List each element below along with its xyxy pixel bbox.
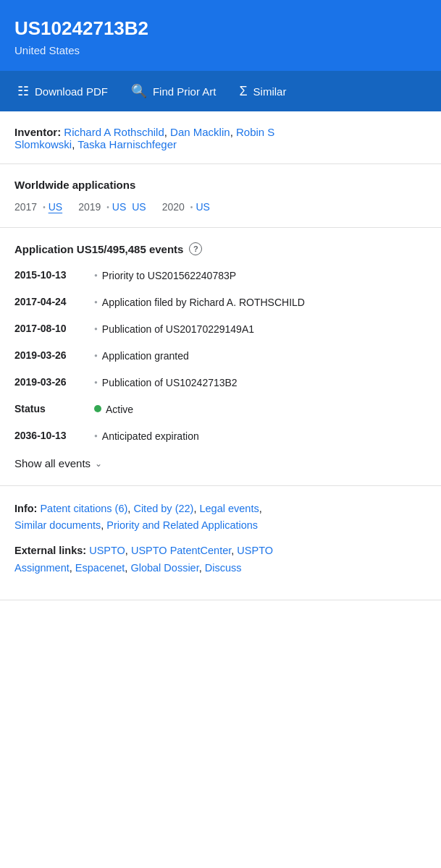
dot-2: • [106, 203, 109, 211]
country-link-2017-us[interactable]: US [49, 201, 62, 213]
inventor-label: Inventor: [14, 126, 61, 138]
inventor-link-1[interactable]: Dan Macklin [170, 126, 230, 138]
bullet-4: ● [94, 379, 98, 386]
events-title-text: Application US15/495,485 events [14, 243, 183, 255]
event-text-4: Publication of US10242713B2 [102, 375, 238, 391]
event-date-2: 2017-08-10 [14, 322, 94, 334]
search-icon: 🔍 [131, 83, 147, 99]
ext-link-patent-center[interactable]: USPTO PatentCenter [131, 545, 231, 556]
external-links-line: External links: USPTO, USPTO PatentCente… [14, 542, 427, 576]
event-row-0: 2015-10-13 ● Priority to US201562240783P [14, 268, 427, 284]
event-content-5: ● Anticipated expiration [94, 429, 427, 444]
events-title: Application US15/495,485 events ? [14, 242, 427, 255]
country-link-2020-us[interactable]: US [196, 201, 209, 213]
status-label: Status [14, 402, 94, 414]
year-2019: 2019 [78, 201, 101, 213]
event-date-1: 2017-04-24 [14, 295, 94, 307]
dot-3: • [190, 203, 193, 211]
country-link-2019-us2[interactable]: US [132, 201, 146, 213]
find-prior-art-label: Find Prior Art [153, 85, 217, 98]
event-row-status: Status Active [14, 402, 427, 417]
ext-link-uspto2[interactable]: USPTO [237, 545, 273, 556]
event-date-3: 2019-03-26 [14, 349, 94, 361]
find-prior-art-button[interactable]: 🔍 Find Prior Art [119, 76, 228, 106]
event-content-1: ● Application filed by Richard A. ROTHSC… [94, 295, 427, 310]
ext-link-discuss[interactable]: Discuss [205, 562, 242, 574]
ext-link-uspto[interactable]: USPTO [89, 545, 125, 556]
external-links-label: External links: [14, 545, 89, 556]
inventor-link-0[interactable]: Richard A Rothschild [64, 126, 164, 138]
bullet-3: ● [94, 352, 98, 359]
status-dot [94, 405, 101, 412]
bullet-0: ● [94, 272, 98, 278]
show-all-label: Show all events [14, 457, 91, 469]
help-icon[interactable]: ? [189, 242, 202, 255]
status-text: Active [106, 402, 133, 417]
chevron-down-icon: ⌄ [95, 459, 102, 469]
action-toolbar: ☷ Download PDF 🔍 Find Prior Art Σ Simila… [0, 71, 441, 111]
info-label: Info: [14, 503, 40, 514]
country-label: United States [14, 44, 427, 56]
country-link-2019-us1[interactable]: US [112, 201, 126, 213]
event-content-2: ● Publication of US20170229149A1 [94, 322, 427, 337]
info-section: Info: Patent citations (6), Cited by (22… [0, 486, 441, 600]
ext-link-global-dossier[interactable]: Global Dossier [130, 562, 198, 574]
info-link-cited-by[interactable]: Cited by (22) [133, 503, 193, 514]
patent-header: US10242713B2 United States [0, 0, 441, 71]
dot-1: • [43, 203, 46, 211]
year-2017: 2017 [14, 201, 37, 213]
worldwide-section: Worldwide applications 2017 • US 2019 • … [0, 164, 441, 228]
sigma-icon: Σ [239, 84, 247, 99]
info-link-citations[interactable]: Patent citations (6) [40, 503, 127, 514]
event-content-3: ● Application granted [94, 349, 427, 364]
inventor-section: Inventor: Richard A Rothschild, Dan Mack… [0, 111, 441, 164]
event-text-0: Priority to US201562240783P [102, 268, 236, 284]
inventor-link-4[interactable]: Taska Harnischfeger [77, 138, 177, 150]
patent-number: US10242713B2 [14, 17, 427, 40]
info-link-legal[interactable]: Legal events [199, 503, 259, 514]
event-content-4: ● Publication of US10242713B2 [94, 375, 427, 391]
event-text-3: Application granted [102, 349, 189, 364]
years-row: 2017 • US 2019 • US US 2020 • US [14, 201, 427, 213]
event-text-2: Publication of US20170229149A1 [102, 322, 254, 337]
similar-label: Similar [253, 85, 287, 98]
inventor-link-2[interactable]: Robin S [236, 126, 274, 138]
pdf-icon: ☷ [17, 83, 29, 99]
events-section: Application US15/495,485 events ? 2015-1… [0, 228, 441, 486]
event-row-3: 2019-03-26 ● Application granted [14, 349, 427, 364]
event-content-0: ● Priority to US201562240783P [94, 268, 427, 284]
ext-link-assignment[interactable]: Assignment [14, 562, 70, 574]
event-date-0: 2015-10-13 [14, 268, 94, 281]
event-content-status: Active [94, 402, 427, 417]
similar-button[interactable]: Σ Similar [227, 77, 298, 106]
worldwide-title: Worldwide applications [14, 179, 427, 191]
event-text-5: Anticipated expiration [102, 429, 199, 444]
ext-link-espacenet[interactable]: Espacenet [75, 562, 125, 574]
event-text-1: Application filed by Richard A. ROTHSCHI… [102, 295, 305, 310]
info-link-similar[interactable]: Similar documents [14, 519, 101, 531]
year-2020: 2020 [162, 201, 185, 213]
inventor-link-3[interactable]: Slomkowski [14, 138, 72, 150]
info-line: Info: Patent citations (6), Cited by (22… [14, 501, 427, 534]
event-row-2: 2017-08-10 ● Publication of US2017022914… [14, 322, 427, 337]
download-pdf-button[interactable]: ☷ Download PDF [6, 76, 119, 106]
bullet-5: ● [94, 433, 98, 439]
bullet-2: ● [94, 326, 98, 332]
event-row-1: 2017-04-24 ● Application filed by Richar… [14, 295, 427, 310]
event-date-4: 2019-03-26 [14, 375, 94, 388]
event-row-5: 2036-10-13 ● Anticipated expiration [14, 429, 427, 444]
event-date-5: 2036-10-13 [14, 429, 94, 441]
event-row-4: 2019-03-26 ● Publication of US10242713B2 [14, 375, 427, 391]
info-link-priority[interactable]: Priority and Related Applications [106, 519, 258, 531]
download-pdf-label: Download PDF [35, 85, 108, 98]
show-all-events-button[interactable]: Show all events ⌄ [14, 456, 427, 471]
bullet-1: ● [94, 299, 98, 305]
